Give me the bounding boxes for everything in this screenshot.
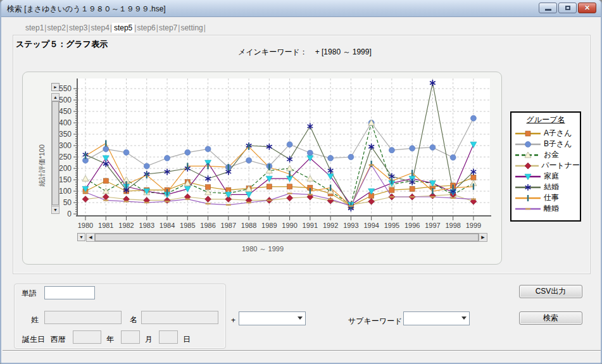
bottom-divider (3, 350, 602, 351)
legend-label: パートナー (541, 160, 580, 171)
svg-text:1985: 1985 (180, 222, 195, 229)
month-label: 月 (145, 334, 153, 345)
tab-setting[interactable]: setting (180, 23, 203, 33)
legend-label: 仕事 (544, 192, 559, 203)
y-axis-label: 統計評価*100 (37, 128, 47, 204)
legend-label: A子さん (544, 128, 572, 139)
tab-step2[interactable]: step2 (46, 23, 66, 33)
tab-step1[interactable]: step1 (25, 23, 44, 33)
legend-label: 結婚 (544, 182, 559, 192)
legend-item: 家庭 (511, 171, 580, 182)
step-header: ステップ５：グラフ表示 (16, 39, 108, 50)
legend-item: パートナー (511, 160, 580, 171)
svg-text:1987: 1987 (221, 222, 236, 229)
tab-step7[interactable]: step7 (158, 23, 178, 33)
subkeyword-label: サブキーワード (348, 316, 402, 327)
svg-text:1999: 1999 (466, 222, 481, 229)
y-axis-expand-button[interactable]: ► (51, 83, 60, 91)
svg-text:1997: 1997 (425, 222, 440, 229)
chart-panel: 統計評価*100 ► ▲ ▼ 0501001502002503003504004… (22, 72, 502, 265)
close-icon: ✕ (579, 4, 596, 12)
svg-text:1980: 1980 (78, 222, 93, 229)
svg-text:400: 400 (59, 118, 72, 127)
minimize-icon (545, 9, 551, 11)
legend-item: 結婚 (511, 182, 580, 192)
vertical-scroll-thumb[interactable] (52, 101, 59, 205)
legend-marker-icon (515, 183, 541, 192)
app-window: 検索 [まさゆきいのう１９８０～１９９９.hse] ✕ step1|step2|… (0, 0, 602, 364)
svg-text:1995: 1995 (384, 222, 399, 229)
tab-separator: | (204, 23, 206, 32)
tab-step4[interactable]: step4 (90, 23, 110, 33)
last-name-input[interactable] (44, 311, 122, 324)
close-button[interactable]: ✕ (578, 3, 596, 13)
birth-day-input[interactable] (159, 330, 178, 344)
svg-text:1982: 1982 (118, 222, 134, 229)
tab-bar: step1|step2|step3|step4|step5|step6|step… (25, 23, 206, 32)
legend-marker-icon (515, 161, 539, 170)
first-name-label: 名 (130, 315, 137, 325)
legend-marker-icon (515, 151, 541, 160)
x-axis-expand-button[interactable]: ▼ (77, 233, 85, 241)
horizontal-scroll-thumb[interactable] (95, 234, 479, 241)
vertical-scrollbar[interactable]: ▲ ▼ (51, 93, 60, 214)
svg-text:450: 450 (59, 107, 72, 116)
svg-text:100: 100 (59, 187, 72, 196)
legend-box: グループ名 A子さんB子さんお金パートナー家庭結婚仕事離婚 (510, 111, 581, 222)
chevron-down-icon (461, 317, 467, 320)
day-label: 日 (183, 334, 191, 345)
svg-text:1990: 1990 (282, 222, 297, 229)
legend-item: お金 (511, 149, 580, 160)
last-name-label: 姓 (31, 315, 39, 325)
minimize-button[interactable] (539, 3, 557, 13)
title-bar[interactable]: 検索 [まさゆきいのう１９８０～１９９９.hse] ✕ (1, 0, 601, 17)
birth-year-input[interactable] (73, 330, 101, 344)
legend-item: 離婚 (511, 203, 580, 214)
svg-text:1993: 1993 (343, 222, 358, 229)
legend-label: 家庭 (544, 171, 559, 182)
scroll-right-icon[interactable]: ▶ (479, 234, 487, 241)
tab-step5[interactable]: step5 (112, 23, 134, 33)
csv-export-button[interactable]: CSV出力 (519, 285, 582, 298)
svg-text:1994: 1994 (363, 222, 379, 229)
scroll-left-icon[interactable]: ◀ (87, 234, 95, 241)
birth-month-input[interactable] (121, 330, 140, 344)
svg-text:550: 550 (59, 84, 72, 93)
era-label: 西暦 (51, 334, 66, 345)
legend-item: B子さん (511, 139, 580, 149)
legend-marker-icon (515, 204, 541, 213)
down-arrow-icon: ▼ (79, 235, 84, 239)
maximize-icon (565, 6, 570, 10)
main-keyword-combobox[interactable] (239, 311, 306, 325)
svg-text:1992: 1992 (323, 222, 338, 229)
svg-text:1989: 1989 (261, 222, 277, 229)
svg-text:1986: 1986 (200, 222, 215, 229)
scroll-down-icon[interactable]: ▼ (52, 206, 59, 213)
legend-items: A子さんB子さんお金パートナー家庭結婚仕事離婚 (511, 128, 580, 214)
legend-item: A子さん (511, 128, 580, 139)
horizontal-scrollbar[interactable]: ◀ ▶ (86, 233, 487, 242)
tab-step6[interactable]: step6 (136, 23, 156, 33)
maximize-button[interactable] (558, 3, 577, 13)
svg-text:200: 200 (59, 164, 72, 173)
birthday-label: 誕生日 (22, 334, 45, 345)
svg-text:250: 250 (59, 153, 72, 161)
legend-label: お金 (544, 149, 559, 160)
chevron-down-icon (298, 317, 303, 320)
tab-content: ステップ５：グラフ表示 メインキーワード： + [1980 ～ 1999] 統計… (13, 35, 591, 274)
search-button[interactable]: 検索 (519, 311, 582, 325)
word-input[interactable] (44, 286, 95, 299)
window-controls: ✕ (539, 3, 596, 13)
legend-title: グループ名 (511, 115, 580, 125)
scroll-up-icon[interactable]: ▲ (52, 94, 59, 101)
x-axis-title: 1980 ～ 1999 (23, 244, 503, 254)
svg-text:0: 0 (67, 210, 72, 218)
svg-text:150: 150 (59, 175, 72, 184)
first-name-input[interactable] (141, 311, 218, 324)
subkeyword-combobox[interactable] (403, 311, 470, 325)
svg-text:1996: 1996 (404, 222, 420, 229)
plus-label: + (231, 316, 235, 325)
window-title: 検索 [まさゆきいのう１９８０～１９９９.hse] (7, 4, 166, 15)
tab-step3[interactable]: step3 (68, 23, 88, 33)
legend-marker-icon (515, 172, 541, 181)
